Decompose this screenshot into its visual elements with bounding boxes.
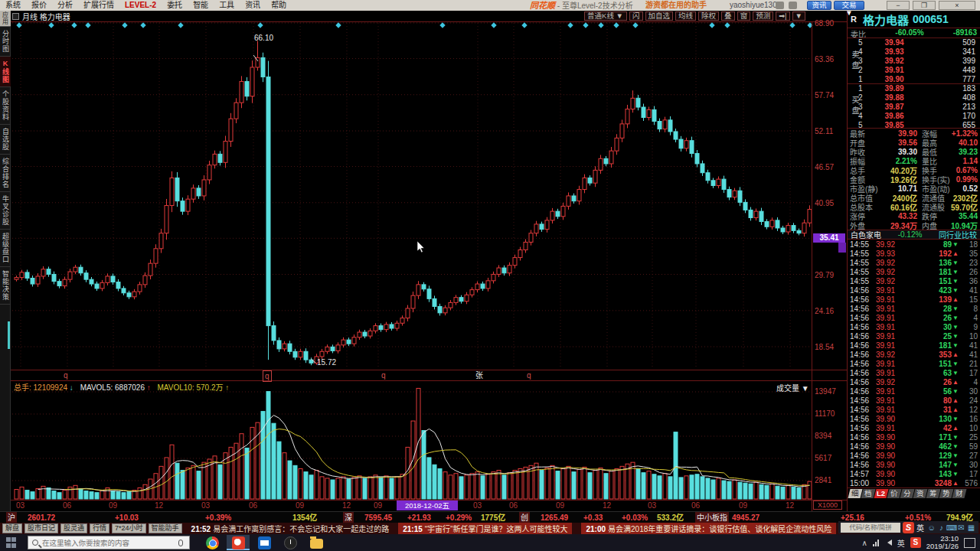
bell-icon[interactable] [776,2,784,9]
tick-list[interactable]: 14:5539.9289▼1814:5539.93192▲3514:5539.9… [848,240,980,487]
system-tray: ∧ 英 S 23:10 2019/1/26 [861,534,980,551]
toolbar-button-叠[interactable]: 叠 [721,11,735,21]
ime-lang-label[interactable]: 英 [916,522,924,533]
sidebar-item-个股资料[interactable]: 个股资料 [0,87,11,125]
ime-tool-icon-0[interactable]: ☺ [926,523,936,532]
toolbar-button-窗[interactable]: 窗 [737,11,751,21]
quote-tab-分[interactable]: 分 [900,489,915,498]
book-row: 139.89183 [858,84,980,93]
menu-item-帮助[interactable]: 帮助 [266,0,292,11]
notification-icon[interactable] [964,538,975,548]
toolbar-button-预测[interactable]: 预测 [753,11,773,21]
tick-price: 39.91 [876,387,908,396]
quote-tab-财[interactable]: 财 [952,489,967,498]
sidebar-scroll-handle[interactable] [8,321,10,349]
close-button[interactable]: × [939,1,975,10]
chrome-app-icon[interactable] [201,535,224,550]
quote-tab-势[interactable]: 势 [939,489,954,498]
menu-item-资讯[interactable]: 资讯 [240,0,266,11]
toolbar-button-均线[interactable]: 均线 [675,11,696,21]
ths-app-icon[interactable] [227,535,250,550]
tick-price: 39.90 [876,433,908,442]
kline-type-dropdown[interactable]: 普通K线 ▼ [584,11,627,21]
quote-tab-L2[interactable]: L2 [874,489,889,498]
ime-tool-icon-1[interactable]: ♪ [936,523,946,532]
quote-tab-价[interactable]: 价 [887,489,902,498]
news-tab-行情[interactable]: 行情 [90,523,109,533]
pane-icon[interactable] [12,13,19,20]
speaker-icon[interactable] [884,540,892,546]
toolbar-button-除权[interactable]: 除权 [698,11,719,21]
event-marker[interactable]: q [263,370,272,382]
start-button[interactable] [6,537,17,548]
news-tab-智能助手[interactable]: 智能助手 [149,523,182,533]
toolbar-button-▼[interactable]: ▼ [792,11,805,21]
sidebar-item-智能决策[interactable]: 智能决策 [0,267,11,305]
news-tab-股市日记[interactable]: 股市日记 [24,523,58,533]
sidebar-item-超级盘口[interactable]: 超级盘口 [0,230,11,267]
menu-item-LEVEL-2[interactable]: LEVEL-2 [119,0,162,11]
sidebar-item-分时图[interactable]: 分时图 [0,27,11,57]
event-marker[interactable]: 张 [475,370,483,380]
tick-volume: 89 [908,240,952,249]
menu-item-报价[interactable]: 报价 [26,0,52,11]
clock[interactable]: 23:10 2019/1/26 [926,535,959,550]
sidebar-item-牛叉诊股[interactable]: 牛叉诊股 [0,192,11,230]
quote-tab-细[interactable]: 细 [848,489,863,498]
ime-tool-icon-2[interactable]: ⌨ [946,523,956,532]
index-沪-chg: +10.03 [115,512,139,523]
sector-compare-link[interactable]: 同行业比较 [939,229,977,240]
sidebar-item-apps[interactable]: 应用 [0,11,11,27]
sidebar-item-K线图[interactable]: K线图 [0,57,11,87]
quote-tab-筹[interactable]: 筹 [926,489,941,498]
tick-volume: 192 [908,249,952,258]
sidebar-item-自选股[interactable]: 自选股 [0,125,11,155]
toolbar-button-加自选[interactable]: 加自选 [645,11,674,21]
minimize-button[interactable]: − [887,1,910,10]
toolbar-button-➡|[interactable]: ➡| [776,11,789,21]
code-input-hint[interactable]: 代码/名称/简拼 [841,523,900,533]
toolbar-button-闪[interactable]: 闪 [629,11,643,21]
menu-item-分析[interactable]: 分析 [52,0,78,11]
sogou-logo-icon[interactable]: S [903,522,914,533]
news-tab-股灵通[interactable]: 股灵通 [60,523,87,533]
sidebar-item-综合排名[interactable]: 综合排名 [0,155,11,192]
username-label[interactable]: yaoshiyue130 [730,0,777,11]
mail-app-icon[interactable] [253,535,276,550]
menu-item-系统[interactable]: 系统 [0,0,26,11]
quote-tab-档[interactable]: 档 [861,489,876,498]
event-marker[interactable]: q [381,370,386,380]
kline-volume-chart[interactable] [11,21,847,511]
menu-item-委托[interactable]: 委托 [162,0,188,11]
user-icon[interactable] [789,2,797,9]
news-tab-解盘[interactable]: 解盘 [2,523,22,533]
tray-lang-label[interactable]: 英 [897,537,905,549]
sogou-tray-icon[interactable]: S [910,537,921,548]
news-tab-7*24小时[interactable]: 7*24小时 [112,523,146,533]
tray-caret-icon[interactable]: ∧ [861,539,867,547]
ime-tool-icon-3[interactable]: ✉ [956,523,966,532]
tick-time: 14:56 [850,415,876,423]
news-item[interactable]: 21:00易会满2018年重要讲话摘录：谈银行估值、谈化解民企流动性风险 [581,523,836,534]
menu-item-工具[interactable]: 工具 [214,0,240,11]
event-marker[interactable]: q [64,370,68,380]
network-icon[interactable] [873,540,879,546]
tick-count: 576 [959,479,978,487]
taskbar-search-input[interactable] [42,539,178,547]
event-marker[interactable]: q [527,370,531,380]
clock-app-icon[interactable] [279,535,302,550]
restore-button[interactable]: ❐ [913,1,936,10]
trade-button[interactable]: 交易 ▼ [834,1,864,10]
mavol10-label: MAVOL10: [158,383,194,392]
volume-pane-selector[interactable]: 成交量 ▼ [776,382,809,393]
menu-item-扩展行情[interactable]: 扩展行情 [78,0,119,11]
news-button[interactable]: 资讯 [807,1,831,10]
news-item[interactable]: 21:15“宇宙行”新任掌门是谁？这两人可能性较大 [398,523,572,534]
mic-icon[interactable] [178,540,183,546]
quote-tab-资[interactable]: 资 [913,489,928,498]
news-item[interactable]: 21:52易会满工作离别感言：不会忘记和大家一起走过的路 [191,523,390,534]
menu-item-智能[interactable]: 智能 [188,0,214,11]
folder-app-icon[interactable] [305,535,328,550]
tick-row: 14:5639.9128▼8 [848,304,980,313]
ime-tool-icon-4[interactable]: ▦ [966,523,976,532]
